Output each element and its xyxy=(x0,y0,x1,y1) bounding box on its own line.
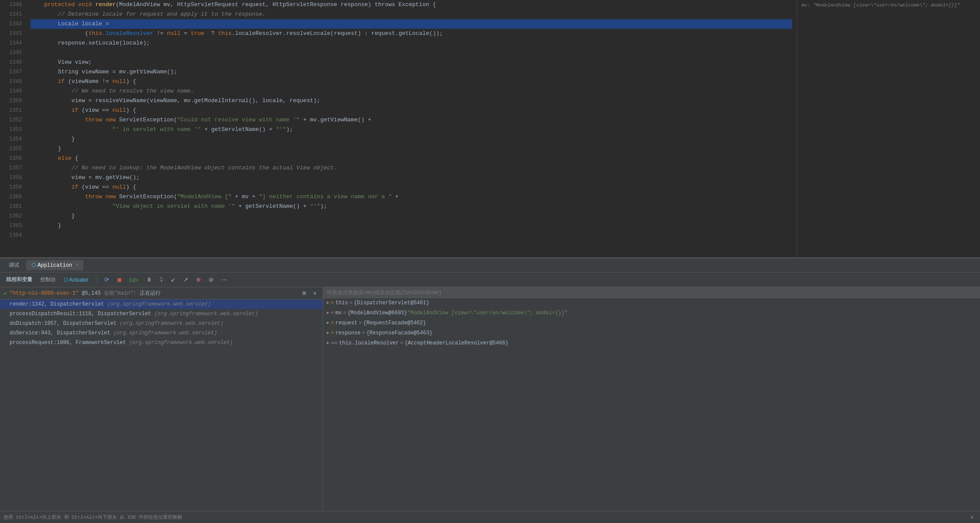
line-numbers: 1340134113421343134413451346134713481349… xyxy=(0,0,26,257)
close-tab-icon[interactable]: × xyxy=(76,263,78,268)
stack-frames-container: render:1342, DispatcherServlet (org.spri… xyxy=(0,299,323,511)
sort-btn[interactable]: ∨ xyxy=(311,289,319,297)
btn-restart[interactable]: ⟳ xyxy=(102,275,112,284)
btn-pause[interactable]: ⏸ xyxy=(144,275,155,284)
stack-frame-0[interactable]: render:1342, DispatcherServlet (org.spri… xyxy=(0,299,323,309)
btn-threads-vars[interactable]: 线程和变量 xyxy=(3,275,35,285)
thread-panel: ✓ "http-nio-8080-exec-1" @5,145 在组"main"… xyxy=(0,287,323,511)
debugger-toolbar: 线程和变量 控制台 ⬡Actuator | ⟳ ◼ ▷▷ ⏸ ⤵ ↙ ↗ ⊕ ⊘… xyxy=(0,272,980,287)
tab-application[interactable]: ⬡ Application × xyxy=(26,260,83,270)
stack-frame-2[interactable]: doDispatch:1057, DispatcherServlet (org.… xyxy=(0,319,323,328)
btn-more[interactable]: ⋯ xyxy=(219,275,230,284)
thread-header: ✓ "http-nio-8080-exec-1" @5,145 在组"main"… xyxy=(0,287,323,299)
tab-debug[interactable]: 调试 xyxy=(3,260,24,271)
debugger-body: ✓ "http-nio-8080-exec-1" @5,145 在组"main"… xyxy=(0,287,980,511)
btn-stop[interactable]: ◼ xyxy=(114,275,124,284)
variables-panel: ▶ ⊙ this = {DispatcherServlet@5461} ▶ ⊙ … xyxy=(323,287,980,511)
variable-item-1[interactable]: ▶ ⊙ mv = {ModelAndView@6693} "ModelAndVi… xyxy=(323,308,980,318)
filter-btn[interactable]: ⊞ xyxy=(300,289,309,297)
variable-item-2[interactable]: ▶ ⊙ request = {RequestFacade@5462} xyxy=(323,318,980,328)
variables-list: ▶ ⊙ this = {DispatcherServlet@5461} ▶ ⊙ … xyxy=(323,298,980,511)
btn-step-out[interactable]: ↗ xyxy=(181,275,191,284)
tab-debug-label: 调试 xyxy=(9,262,19,268)
variable-item-4[interactable]: ▶ ∞∞ this.localeResolver = {AcceptHeader… xyxy=(323,338,980,348)
btn-step-over[interactable]: ⤵ xyxy=(157,275,166,284)
variables-search-input[interactable] xyxy=(323,287,980,298)
debugger-tabs: 调试 ⬡ Application × xyxy=(0,258,980,272)
status-hint: 使用 Ctrl+Alt+向上箭头 和 Ctrl+Alt+向下箭头 从 IDE 中… xyxy=(3,514,182,520)
code-editor: 1340134113421343134413451346134713481349… xyxy=(0,0,980,258)
btn-console[interactable]: 控制台 xyxy=(38,275,59,285)
btn-step-into[interactable]: ↙ xyxy=(168,275,178,284)
tab-application-label: Application xyxy=(38,262,72,268)
variable-item-0[interactable]: ▶ ⊙ this = {DispatcherServlet@5461} xyxy=(323,298,980,308)
app-icon: ⬡ xyxy=(31,262,36,268)
code-content[interactable]: protected void render(ModelAndView mv, H… xyxy=(26,0,797,257)
right-panel-text: mv: "ModelAndView [view=\"user/en/welcom… xyxy=(801,3,960,8)
stack-frame-3[interactable]: doService:943, DispatcherServlet (org.sp… xyxy=(0,328,323,338)
stack-frame-1[interactable]: processDispatchResult:1118, DispatcherSe… xyxy=(0,309,323,319)
status-bar: 使用 Ctrl+Alt+向上箭头 和 Ctrl+Alt+向下箭头 从 IDE 中… xyxy=(0,511,980,523)
btn-mute-breakpoints[interactable]: ⊘ xyxy=(206,275,216,284)
close-status-btn[interactable]: × xyxy=(968,513,977,522)
thread-name: "http-nio-8080-exec-1" @5,145 在组"main": … xyxy=(10,289,161,297)
right-panel: mv: "ModelAndView [view=\"user/en/welcom… xyxy=(797,0,980,257)
variable-item-3[interactable]: ▶ ⊙ response = {ResponseFacade@5463} xyxy=(323,328,980,338)
stack-frame-4[interactable]: processRequest:1006, FrameworkServlet (o… xyxy=(0,338,323,348)
btn-add-breakpoint[interactable]: ⊕ xyxy=(193,275,204,284)
thread-check-icon: ✓ xyxy=(3,290,7,297)
btn-actuator[interactable]: ⬡Actuator xyxy=(61,275,91,284)
btn-resume[interactable]: ▷▷ xyxy=(127,275,141,284)
debugger-panel: 调试 ⬡ Application × 线程和变量 控制台 ⬡Actuator |… xyxy=(0,258,980,523)
